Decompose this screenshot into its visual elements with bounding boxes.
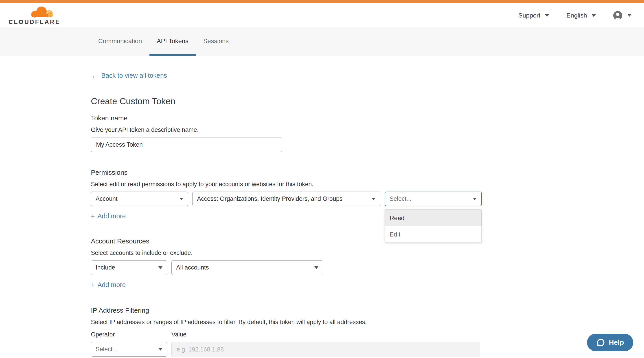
chevron-down-icon bbox=[314, 266, 318, 269]
permission-scope-value: Account bbox=[96, 195, 118, 202]
account-menu[interactable] bbox=[613, 11, 632, 20]
help-button[interactable]: Help bbox=[587, 334, 633, 351]
support-menu[interactable]: Support bbox=[518, 12, 549, 19]
account-resources-row: Include All accounts bbox=[91, 260, 644, 275]
plus-icon: + bbox=[91, 282, 95, 288]
tab-communication[interactable]: Communication bbox=[91, 28, 150, 56]
operator-label: Operator bbox=[91, 331, 172, 338]
ip-filtering-description: Select IP addresses or ranges of IP addr… bbox=[91, 319, 644, 326]
support-label: Support bbox=[518, 12, 540, 19]
resource-accounts-select[interactable]: All accounts bbox=[172, 260, 323, 275]
language-menu[interactable]: English bbox=[566, 12, 596, 19]
permission-level-select[interactable]: Select... Read Edit bbox=[384, 192, 482, 206]
value-label: Value bbox=[172, 331, 186, 338]
main-content: ← Back to view all tokens Create Custom … bbox=[0, 56, 644, 357]
chevron-down-icon bbox=[545, 14, 549, 17]
tab-bar: Communication API Tokens Sessions bbox=[0, 28, 644, 56]
account-resources-heading: Account Resources bbox=[91, 237, 644, 245]
permission-resource-select[interactable]: Access: Organizations, Identity Provider… bbox=[192, 192, 380, 206]
menu-option-edit[interactable]: Edit bbox=[385, 226, 482, 243]
back-arrow-icon: ← bbox=[91, 72, 98, 79]
token-name-description: Give your API token a descriptive name. bbox=[91, 126, 644, 133]
add-more-label: Add more bbox=[98, 281, 126, 289]
help-label: Help bbox=[609, 338, 624, 346]
tab-api-tokens[interactable]: API Tokens bbox=[150, 28, 196, 56]
permission-level-placeholder: Select... bbox=[390, 195, 412, 202]
resource-mode-value: Include bbox=[96, 264, 115, 271]
token-name-section: Token name Give your API token a descrip… bbox=[91, 114, 644, 152]
chevron-down-icon bbox=[372, 198, 376, 200]
tab-label: API Tokens bbox=[157, 38, 188, 45]
resource-accounts-value: All accounts bbox=[176, 264, 209, 271]
account-resources-description: Select accounts to include or exclude. bbox=[91, 249, 644, 256]
chevron-down-icon bbox=[592, 14, 596, 17]
language-label: English bbox=[566, 12, 587, 19]
account-resources-section: Account Resources Select accounts to inc… bbox=[91, 237, 644, 289]
back-to-tokens-link[interactable]: ← Back to view all tokens bbox=[91, 72, 167, 79]
cloudflare-cloud-icon bbox=[29, 6, 56, 19]
permissions-add-more-link[interactable]: + Add more bbox=[91, 212, 126, 220]
chevron-down-icon bbox=[628, 14, 632, 17]
permissions-heading: Permissions bbox=[91, 169, 644, 176]
permission-resource-value: Access: Organizations, Identity Provider… bbox=[197, 195, 342, 202]
menu-option-read[interactable]: Read bbox=[385, 210, 482, 226]
permission-scope-select[interactable]: Account bbox=[91, 192, 188, 206]
page-title: Create Custom Token bbox=[91, 96, 644, 106]
resource-mode-select[interactable]: Include bbox=[91, 260, 167, 275]
header-right: Support English bbox=[518, 11, 632, 20]
avatar-icon bbox=[613, 11, 622, 20]
ip-operator-placeholder: Select... bbox=[96, 346, 118, 353]
ip-filtering-row: Select... bbox=[91, 342, 644, 357]
permissions-row: Account Access: Organizations, Identity … bbox=[91, 192, 644, 206]
ip-filtering-heading: IP Address Filtering bbox=[91, 306, 644, 314]
chevron-down-icon bbox=[158, 348, 162, 350]
top-orange-strip bbox=[0, 0, 644, 3]
ip-value-input[interactable] bbox=[172, 342, 480, 357]
ip-filtering-labels: Operator Value bbox=[91, 331, 644, 338]
token-name-heading: Token name bbox=[91, 114, 644, 122]
brand-wordmark: CLOUDFLARE bbox=[8, 19, 60, 25]
chevron-down-icon bbox=[473, 198, 477, 200]
ip-operator-select[interactable]: Select... bbox=[91, 342, 167, 357]
account-resources-add-more-link[interactable]: + Add more bbox=[91, 281, 126, 289]
plus-icon: + bbox=[91, 213, 95, 220]
back-link-label: Back to view all tokens bbox=[101, 72, 167, 79]
tab-label: Communication bbox=[98, 38, 142, 45]
permission-level-menu: Read Edit bbox=[384, 210, 482, 243]
header: CLOUDFLARE Support English bbox=[0, 3, 644, 28]
chevron-down-icon bbox=[158, 266, 162, 269]
permissions-description: Select edit or read permissions to apply… bbox=[91, 181, 644, 188]
tab-sessions[interactable]: Sessions bbox=[196, 28, 236, 56]
tab-label: Sessions bbox=[203, 38, 229, 45]
ip-filtering-section: IP Address Filtering Select IP addresses… bbox=[91, 306, 644, 357]
token-name-input[interactable] bbox=[91, 137, 282, 152]
chevron-down-icon bbox=[179, 198, 183, 200]
add-more-label: Add more bbox=[98, 212, 126, 220]
cloudflare-logo[interactable]: CLOUDFLARE bbox=[8, 6, 60, 25]
permissions-section: Permissions Select edit or read permissi… bbox=[91, 169, 644, 220]
chat-bubble-icon bbox=[596, 338, 605, 347]
